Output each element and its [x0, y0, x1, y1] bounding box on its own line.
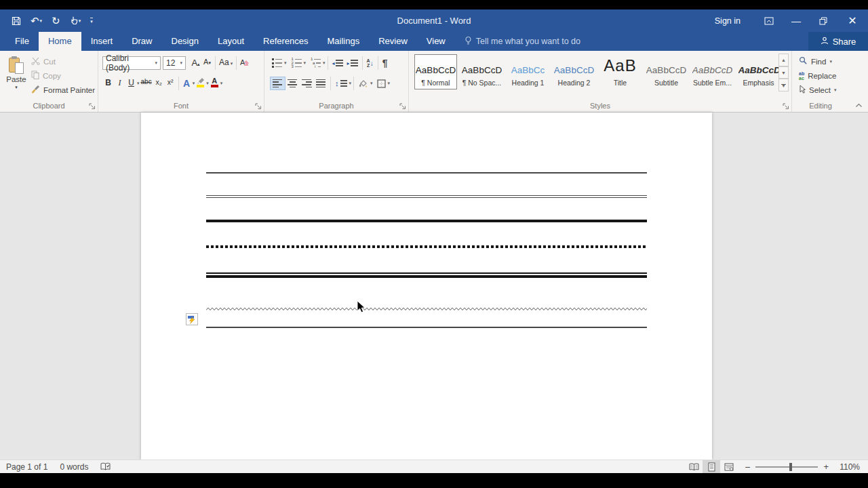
line-spacing-button[interactable]: ↕: [333, 77, 349, 90]
bullets-button[interactable]: [270, 56, 284, 70]
replace-button[interactable]: abac Replace: [799, 69, 836, 82]
borders-dropdown-arrow[interactable]: ▾: [388, 81, 391, 86]
styles-dialog-launcher[interactable]: [783, 103, 789, 110]
tab-layout[interactable]: Layout: [208, 32, 254, 51]
touch-mode-button[interactable]: ▾: [66, 14, 85, 27]
zoom-in-button[interactable]: +: [823, 462, 829, 472]
minimize-button[interactable]: —: [783, 9, 810, 32]
sort-button[interactable]: AZ↓: [365, 56, 376, 70]
tab-mailings[interactable]: Mailings: [318, 32, 370, 51]
document-page[interactable]: [141, 113, 712, 460]
title-bar: ↶▾ ↻ ▾ ▾ Document1 - Word Sign in — ✕: [0, 9, 868, 32]
ribbon-tabs: FileHomeInsertDrawDesignLayoutReferences…: [0, 32, 455, 51]
page-indicator[interactable]: Page 1 of 1: [0, 460, 54, 473]
collapse-ribbon-button[interactable]: [855, 102, 863, 109]
close-button[interactable]: ✕: [837, 9, 868, 32]
redo-button[interactable]: ↻: [48, 13, 64, 29]
style-chip-subtitle[interactable]: AaBbCcDSubtitle: [645, 54, 688, 89]
font-color-dropdown-arrow[interactable]: ▾: [220, 81, 223, 86]
decrease-indent-button[interactable]: ◂: [330, 56, 345, 70]
bold-button[interactable]: B: [102, 77, 114, 90]
paste-button[interactable]: Paste ▾: [3, 54, 29, 101]
share-person-icon: [821, 37, 829, 47]
customize-qat-button[interactable]: ▾: [87, 16, 96, 26]
style-chip-nospace[interactable]: AaBbCcD¶ No Spac...: [460, 54, 503, 89]
clear-formatting-button[interactable]: A: [239, 56, 252, 70]
underline-button[interactable]: U: [125, 77, 137, 90]
sign-in-button[interactable]: Sign in: [700, 16, 755, 26]
style-chip-normal[interactable]: AaBbCcD¶ Normal: [414, 54, 457, 89]
text-effects-button[interactable]: A: [181, 77, 193, 90]
font-name-combo[interactable]: Calibri (Body)▾: [102, 56, 161, 70]
format-painter-button[interactable]: Format Painter: [31, 83, 95, 96]
multilevel-list-button[interactable]: 1ai: [309, 56, 323, 70]
tab-design[interactable]: Design: [162, 32, 208, 51]
print-layout-button[interactable]: [703, 460, 720, 473]
font-dialog-launcher[interactable]: [255, 103, 262, 110]
styles-scroll-up-button[interactable]: ▲: [778, 54, 789, 66]
paste-dropdown-arrow[interactable]: ▾: [15, 85, 18, 90]
restore-button[interactable]: [810, 9, 837, 32]
zoom-slider-track[interactable]: [755, 466, 818, 468]
find-button[interactable]: Find ▾: [799, 55, 832, 68]
clipboard-dialog-launcher[interactable]: [89, 103, 96, 110]
change-case-button[interactable]: Aa▾: [218, 56, 234, 70]
style-chip-emphasis[interactable]: AaBbCcDEmphasis: [737, 54, 780, 89]
select-button[interactable]: Select ▾: [799, 83, 836, 96]
tab-references[interactable]: References: [254, 32, 317, 51]
zoom-slider-thumb[interactable]: [789, 463, 792, 471]
tab-insert[interactable]: Insert: [81, 32, 123, 51]
read-mode-button[interactable]: [685, 460, 703, 473]
bullets-dropdown-arrow[interactable]: ▾: [284, 60, 287, 66]
cut-button[interactable]: Cut: [31, 55, 56, 68]
undo-button[interactable]: ↶▾: [27, 13, 45, 29]
grow-font-button[interactable]: A▴: [190, 56, 201, 70]
subscript-button[interactable]: x₂: [153, 77, 165, 90]
strikethrough-button[interactable]: abc: [140, 77, 153, 90]
web-layout-button[interactable]: [720, 460, 738, 473]
zoom-out-button[interactable]: −: [745, 462, 750, 472]
style-chip-h1[interactable]: AaBbCcHeading 1: [507, 54, 549, 89]
font-size-value: 12: [166, 58, 177, 68]
superscript-button[interactable]: x²: [165, 77, 176, 90]
borders-button[interactable]: [375, 77, 388, 90]
tab-view[interactable]: View: [417, 32, 455, 51]
word-count[interactable]: 0 words: [54, 460, 94, 473]
zoom-level[interactable]: 110%: [835, 462, 868, 472]
tab-home[interactable]: Home: [39, 32, 81, 51]
font-size-combo[interactable]: 12▾: [163, 56, 186, 70]
ribbon-display-options-button[interactable]: [755, 9, 783, 32]
copy-button[interactable]: Copy: [31, 69, 61, 82]
style-chip-h2[interactable]: AaBbCcDHeading 2: [553, 54, 595, 89]
tell-me-box[interactable]: Tell me what you want to do: [465, 32, 580, 51]
font-color-button[interactable]: A: [209, 77, 220, 90]
multilevel-dropdown-arrow[interactable]: ▾: [323, 60, 326, 66]
justify-button[interactable]: [314, 77, 328, 90]
align-center-button[interactable]: [285, 77, 300, 90]
shrink-font-button[interactable]: A▾: [201, 56, 213, 70]
style-chip-subtleem[interactable]: AaBbCcDSubtle Em...: [691, 54, 734, 89]
line-spacing-dropdown-arrow[interactable]: ▾: [349, 81, 352, 86]
tab-file[interactable]: File: [5, 32, 39, 51]
autocorrect-options-button[interactable]: [186, 313, 198, 325]
styles-more-button[interactable]: ▼: [778, 79, 789, 92]
format-painter-brush-icon: [31, 85, 40, 95]
align-left-button[interactable]: [270, 77, 285, 90]
tab-draw[interactable]: Draw: [122, 32, 161, 51]
save-icon[interactable]: [8, 14, 24, 28]
shading-dropdown-arrow[interactable]: ▾: [370, 81, 373, 86]
proofing-status-icon[interactable]: [94, 460, 117, 473]
share-button[interactable]: Share: [808, 32, 868, 51]
numbering-dropdown-arrow[interactable]: ▾: [304, 60, 307, 66]
highlight-button[interactable]: [195, 77, 206, 90]
numbering-button[interactable]: 123: [290, 56, 304, 70]
shading-button[interactable]: [356, 77, 370, 90]
show-hide-marks-button[interactable]: ¶: [380, 56, 390, 70]
style-chip-title[interactable]: AaBTitle: [599, 54, 642, 89]
tab-review[interactable]: Review: [369, 32, 417, 51]
styles-scroll-down-button[interactable]: ▼: [778, 66, 789, 79]
paragraph-dialog-launcher[interactable]: [399, 103, 406, 110]
align-right-button[interactable]: [300, 77, 314, 90]
increase-indent-button[interactable]: ▸: [345, 56, 360, 70]
italic-button[interactable]: I: [114, 77, 125, 90]
